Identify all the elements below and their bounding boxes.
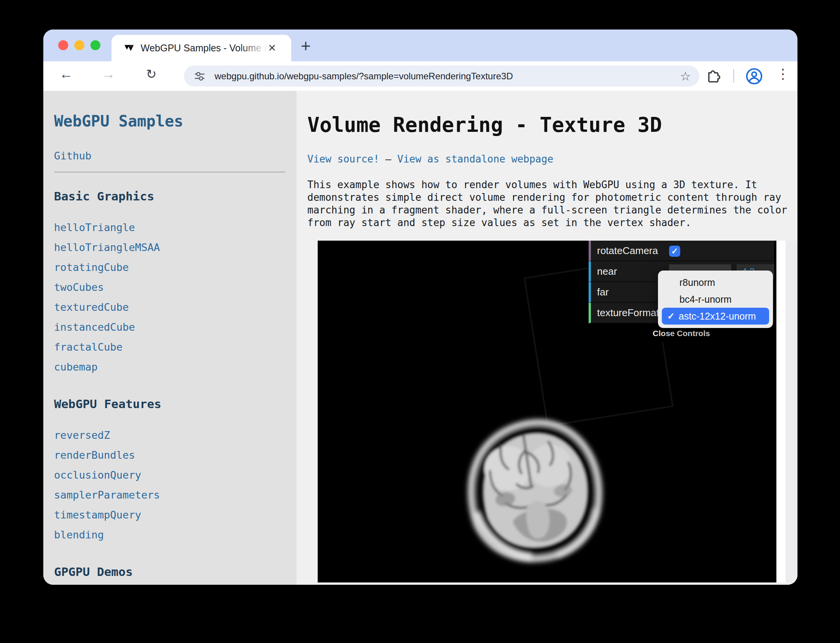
browser-window: WebGPU Samples - Volume R ✕ + ← → ↻	[43, 30, 797, 585]
sidebar-list-basic-graphics: helloTriangle helloTriangleMSAA rotating…	[54, 218, 285, 377]
sidebar-link[interactable]: cubemap	[54, 357, 285, 377]
tab-title: WebGPU Samples - Volume R	[141, 43, 267, 54]
page-content: WebGPU Samples Github Basic Graphics hel…	[43, 91, 797, 585]
toolbar-divider	[733, 69, 734, 83]
sidebar-heading-basic-graphics: Basic Graphics	[54, 189, 285, 203]
webgpu-canvas[interactable]: rotateCamera ✓ near 4.3	[318, 241, 776, 582]
browser-menu-icon[interactable]: ⋮	[776, 66, 790, 82]
dropdown-option[interactable]: r8unorm	[658, 274, 773, 291]
maximize-window-button[interactable]	[90, 40, 100, 50]
profile-avatar-icon[interactable]	[745, 67, 763, 85]
bookmark-star-icon[interactable]: ☆	[680, 69, 691, 84]
forward-icon: →	[102, 66, 115, 82]
extensions-icon[interactable]	[705, 68, 722, 84]
sidebar-link[interactable]: texturedCube	[54, 297, 285, 317]
tab-title-fade	[240, 43, 267, 54]
tab-strip: WebGPU Samples - Volume R ✕ +	[43, 30, 797, 61]
main-panel: Volume Rendering - Texture 3D View sourc…	[297, 91, 797, 585]
page-title: Volume Rendering - Texture 3D	[307, 113, 797, 136]
gui-label-texture-format: textureFormat	[597, 307, 659, 319]
sidebar-link[interactable]: fractalCube	[54, 337, 285, 357]
browser-toolbar: ← → ↻ webgpu.github.io/webgpu-samples/?s…	[43, 61, 797, 91]
address-bar[interactable]: webgpu.github.io/webgpu-samples/?sample=…	[184, 66, 699, 87]
gui-label-far: far	[597, 286, 609, 298]
sidebar: WebGPU Samples Github Basic Graphics hel…	[43, 91, 297, 585]
sidebar-link[interactable]: rotatingCube	[54, 258, 285, 277]
new-tab-button[interactable]: +	[301, 36, 311, 56]
back-icon[interactable]: ←	[59, 66, 73, 82]
gui-label-rotate-camera: rotateCamera	[597, 245, 658, 257]
url-text[interactable]: webgpu.github.io/webgpu-samples/?sample=…	[215, 71, 680, 82]
scrollbar-track[interactable]	[786, 241, 797, 582]
rotate-camera-checkbox[interactable]: ✓	[669, 246, 680, 257]
sidebar-link[interactable]: helloTriangle	[54, 218, 285, 238]
sidebar-divider	[54, 172, 285, 172]
sidebar-link[interactable]: occlusionQuery	[54, 465, 285, 485]
close-window-button[interactable]	[58, 40, 68, 50]
standalone-link[interactable]: View as standalone webpage	[397, 153, 553, 165]
sidebar-heading-webgpu-features: WebGPU Features	[54, 397, 285, 411]
source-links: View source! – View as standalone webpag…	[307, 153, 797, 165]
brain-mri-render	[450, 404, 615, 568]
view-source-link[interactable]: View source!	[307, 153, 379, 165]
close-controls-button[interactable]: Close Controls	[589, 326, 774, 342]
sidebar-link[interactable]: samplerParameters	[54, 485, 285, 505]
texture-format-dropdown: r8unorm bc4-r-unorm ✓ astc-12x12-unorm	[658, 271, 773, 328]
dropdown-option-selected[interactable]: ✓ astc-12x12-unorm	[662, 308, 769, 325]
sample-description: This example shows how to render volumes…	[307, 179, 791, 229]
sidebar-link[interactable]: helloTriangleMSAA	[54, 238, 285, 258]
sidebar-link[interactable]: renderBundles	[54, 445, 285, 465]
site-title: WebGPU Samples	[54, 112, 285, 130]
sidebar-link[interactable]: timestampQuery	[54, 505, 285, 525]
screen: WebGPU Samples - Volume R ✕ + ← → ↻	[0, 0, 840, 643]
sidebar-link[interactable]: reversedZ	[54, 425, 285, 445]
site-settings-icon[interactable]	[193, 70, 206, 83]
gui-row-rotate-camera: rotateCamera ✓	[589, 241, 774, 261]
reload-icon[interactable]: ↻	[146, 67, 157, 82]
sidebar-link-github[interactable]: Github	[54, 150, 285, 162]
browser-tab[interactable]: WebGPU Samples - Volume R ✕	[112, 35, 291, 61]
links-dash: –	[386, 153, 392, 165]
sidebar-heading-gpgpu-demos: GPGPU Demos	[54, 565, 285, 579]
tab-close-icon[interactable]: ✕	[268, 42, 276, 54]
sidebar-link[interactable]: blending	[54, 525, 285, 545]
page-gutter	[776, 241, 786, 582]
sidebar-link[interactable]: instancedCube	[54, 317, 285, 337]
checkmark-icon: ✓	[667, 308, 675, 325]
sidebar-list-webgpu-features: reversedZ renderBundles occlusionQuery s…	[54, 425, 285, 545]
dropdown-option[interactable]: bc4-r-unorm	[658, 291, 773, 308]
minimize-window-button[interactable]	[74, 40, 84, 50]
sidebar-link[interactable]: twoCubes	[54, 277, 285, 297]
sample-stage: rotateCamera ✓ near 4.3	[307, 241, 797, 582]
dropdown-option-label: astc-12x12-unorm	[679, 308, 756, 325]
webgpu-favicon-icon	[125, 43, 135, 53]
gui-label-near: near	[597, 266, 617, 277]
